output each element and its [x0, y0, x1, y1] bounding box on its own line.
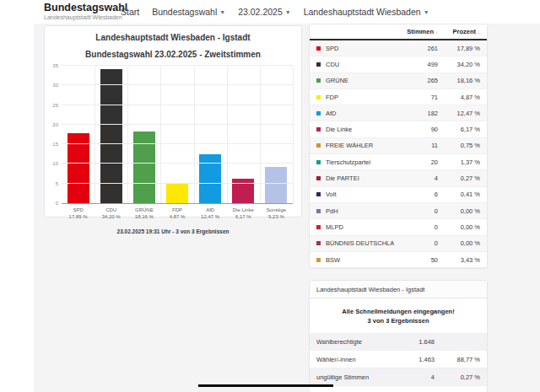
category-percent: 34,20 %: [94, 213, 127, 220]
gridline: [94, 67, 95, 203]
chevron-down-icon: ▼: [424, 9, 429, 15]
summary-row-value: 1.648: [388, 338, 435, 346]
sort-prozent-header[interactable]: Prozent ↓: [438, 28, 487, 35]
prozent-value: 12,47 %: [438, 110, 487, 117]
bar-gr-ne[interactable]: [133, 132, 155, 203]
summary-row-label: Wahlberechtigte: [310, 338, 388, 346]
prozent-header-label: Prozent: [452, 28, 476, 35]
summary-card: Landeshauptstadt Wiesbaden - Igstadt All…: [309, 280, 488, 392]
nav-item-landeshauptstadt-wiesbaden[interactable]: Landeshauptstadt Wiesbaden▼: [304, 7, 429, 17]
y-axis-tick-label: 5: [56, 181, 58, 186]
category-name: AfD: [194, 207, 227, 213]
party-color-swatch: [316, 127, 321, 132]
party-color-swatch: [316, 241, 321, 245]
chart-plot-area: 05101520253035: [62, 67, 293, 204]
stimmen-value: 265: [394, 77, 438, 84]
party-color-swatch: [316, 46, 321, 51]
stimmen-value: 0: [394, 207, 438, 215]
table-row: SPD26117,89 %: [310, 40, 487, 56]
gridline: [227, 67, 228, 203]
nav-item-label: 23.02.2025: [238, 7, 283, 17]
party-name: FDP: [326, 94, 394, 101]
prozent-value: 3,43 %: [438, 256, 487, 264]
summary-row: Wähler/-innen1.46388,77 %: [310, 351, 487, 368]
chart-card: Landeshauptstadt Wiesbaden - Igstadt Bun…: [44, 25, 302, 217]
party-name: Die Linke: [326, 126, 394, 133]
party-color-swatch: [316, 62, 321, 67]
table-row: Volt60,41 %: [310, 187, 487, 203]
category-percent: 6,17 %: [227, 213, 260, 220]
y-axis-tick-label: 30: [52, 83, 58, 88]
summary-row-label: Wähler/-innen: [310, 356, 388, 363]
table-row: Die PARTEI40,27 %: [310, 170, 487, 186]
bar-fdp[interactable]: [166, 184, 188, 203]
summary-row-value: 1.463: [388, 356, 435, 363]
table-row: BÜNDNIS DEUTSCHLAND00,00 %: [310, 236, 487, 252]
app-logo[interactable]: Bundestagswahl Landeshauptstadt Wiesbade…: [44, 3, 127, 21]
party-name: BSW: [326, 256, 394, 264]
page: Bundestagswahl Landeshauptstadt Wiesbade…: [0, 0, 540, 392]
party-color-swatch: [316, 192, 321, 196]
stimmen-value: 0: [394, 239, 438, 247]
party-color-swatch: [316, 95, 321, 99]
table-row: Tierschutzpartei201,37 %: [310, 154, 487, 170]
party-name: GRÜNE: [326, 77, 394, 84]
table-row: AfD18212,47 %: [310, 105, 487, 121]
prozent-value: 0,00 %: [438, 223, 487, 231]
summary-table-body: Wahlberechtigte1.648Wähler/-innen1.46388…: [310, 333, 487, 392]
bar-afd[interactable]: [199, 154, 221, 203]
summary-row: Wahlberechtigte1.648: [310, 333, 487, 351]
summary-card-title: Landeshauptstadt Wiesbaden - Igstadt: [310, 281, 487, 298]
nav-item-label: Start: [121, 7, 139, 17]
category-percent: 9,23 %: [260, 213, 293, 220]
main-nav: StartBundestagswahl▼23.02.2025▼Landeshau…: [121, 0, 429, 24]
nav-item-bundestagswahl[interactable]: Bundestagswahl▼: [152, 7, 225, 17]
stimmen-header-label: Stimmen: [407, 28, 434, 35]
sort-stimmen-header[interactable]: Stimmen ↓: [394, 28, 438, 35]
x-axis-label: CDU34,20 %: [94, 207, 127, 220]
prozent-value: 0,75 %: [438, 142, 487, 149]
bar-sonstige[interactable]: [265, 167, 287, 203]
party-color-swatch: [316, 111, 321, 115]
gridline: [62, 183, 293, 184]
y-axis-tick-label: 15: [52, 142, 58, 147]
gridline: [62, 143, 293, 144]
category-percent: 18,16 %: [127, 213, 160, 220]
gridline: [293, 67, 294, 203]
stimmen-value: 11: [394, 142, 438, 149]
chart-plot-wrap: 05101520253035: [62, 67, 293, 204]
summary-row-value: 4: [388, 373, 435, 381]
gridline: [62, 65, 293, 66]
nav-item-23-02-2025[interactable]: 23.02.2025▼: [238, 7, 291, 17]
table-row: BSW503,43 %: [310, 252, 487, 268]
prozent-value: 0,00 %: [438, 239, 487, 247]
category-name: GRÜNE: [127, 207, 160, 213]
party-name: AfD: [326, 110, 394, 117]
gridline: [62, 163, 293, 164]
nav-item-start[interactable]: Start: [121, 7, 139, 17]
chart-x-axis-labels: SPD17,89 %CDU34,20 %GRÜNE18,16 %FDP4,87 …: [62, 207, 293, 220]
chevron-down-icon: ▼: [219, 9, 225, 15]
prozent-value: 6,17 %: [438, 126, 487, 133]
party-name: MLPD: [326, 223, 394, 231]
nav-item-label: Bundestagswahl: [152, 7, 217, 17]
table-row: GRÜNE26518,16 %: [310, 73, 487, 89]
table-row: MLPD00,00 %: [310, 219, 487, 235]
category-name: Die Linke: [227, 207, 260, 213]
summary-row: gültige Stimmen1.45999,73 %: [310, 386, 487, 392]
x-axis-label: FDP4,87 %: [160, 207, 193, 220]
party-name: Volt: [326, 191, 394, 198]
table-row: FDP714,87 %: [310, 89, 487, 105]
y-axis-tick-label: 20: [52, 122, 58, 127]
party-name: FREIE WÄHLER: [326, 142, 394, 149]
category-percent: 17,89 %: [62, 213, 94, 220]
party-name: BÜNDNIS DEUTSCHLAND: [326, 239, 394, 247]
party-name: CDU: [326, 61, 394, 68]
gridline: [127, 67, 128, 203]
category-name: Sonstige: [260, 207, 293, 213]
top-navigation-bar: Bundestagswahl Landeshauptstadt Wiesbade…: [0, 0, 540, 24]
party-color-swatch: [316, 258, 321, 262]
results-table-header: Stimmen ↓ Prozent ↓: [310, 24, 487, 40]
results-table-card: Stimmen ↓ Prozent ↓ SPD26117,89 %CDU4993…: [309, 24, 488, 269]
x-axis-label: AfD12,47 %: [194, 207, 227, 220]
